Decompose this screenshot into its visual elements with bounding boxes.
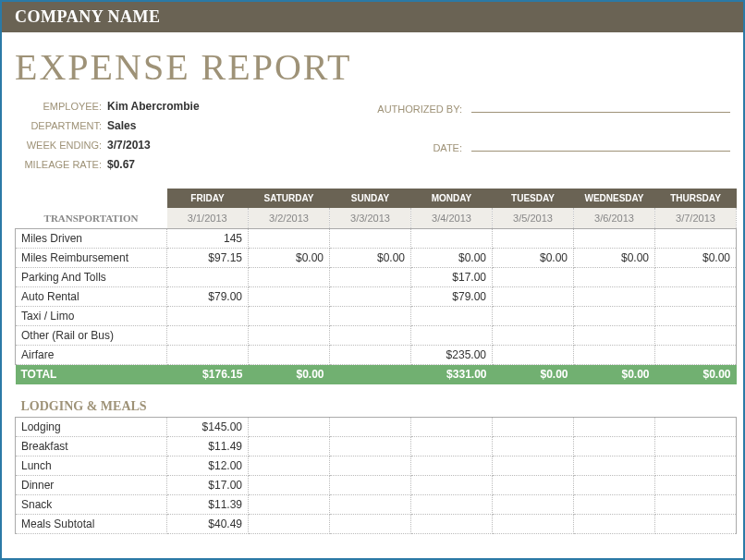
cell[interactable] xyxy=(411,307,493,326)
row-label: Lodging xyxy=(16,417,167,436)
row-label: Auto Rental xyxy=(16,287,167,307)
cell[interactable] xyxy=(655,268,737,287)
cell[interactable] xyxy=(655,417,737,436)
cell[interactable] xyxy=(330,514,411,533)
cell[interactable]: $12.00 xyxy=(167,456,249,475)
cell[interactable] xyxy=(249,494,330,514)
cell[interactable]: $0.00 xyxy=(574,249,655,268)
cell[interactable]: $0.00 xyxy=(655,249,737,268)
cell[interactable] xyxy=(411,417,493,436)
cell[interactable] xyxy=(249,417,330,436)
row-label: Snack xyxy=(16,494,167,514)
cell[interactable] xyxy=(493,346,574,365)
cell[interactable] xyxy=(249,456,330,475)
cell[interactable] xyxy=(411,326,493,346)
cell[interactable] xyxy=(574,268,655,287)
cell[interactable] xyxy=(249,287,330,307)
cell[interactable] xyxy=(411,514,493,533)
cell[interactable] xyxy=(493,436,574,456)
cell[interactable] xyxy=(574,494,655,514)
cell[interactable]: $11.39 xyxy=(167,494,249,514)
cell[interactable] xyxy=(249,346,330,365)
cell[interactable] xyxy=(249,326,330,346)
cell[interactable]: $79.00 xyxy=(411,287,493,307)
authorized-by-label: AUTHORIZED BY: xyxy=(366,103,468,115)
cell[interactable]: $0.00 xyxy=(330,249,411,268)
cell[interactable] xyxy=(574,326,655,346)
cell[interactable] xyxy=(574,346,655,365)
cell[interactable] xyxy=(493,326,574,346)
cell[interactable]: $0.00 xyxy=(493,249,574,268)
cell[interactable] xyxy=(330,287,411,307)
cell[interactable] xyxy=(493,475,574,494)
cell[interactable]: $235.00 xyxy=(411,346,493,365)
cell[interactable] xyxy=(493,494,574,514)
cell[interactable] xyxy=(574,287,655,307)
cell[interactable] xyxy=(330,417,411,436)
cell[interactable] xyxy=(249,229,330,249)
cell[interactable] xyxy=(655,494,737,514)
cell[interactable] xyxy=(330,307,411,326)
cell[interactable] xyxy=(655,475,737,494)
cell[interactable] xyxy=(330,475,411,494)
cell[interactable] xyxy=(655,456,737,475)
cell[interactable] xyxy=(493,456,574,475)
cell[interactable] xyxy=(574,456,655,475)
total-cell: $176.15 xyxy=(167,365,249,384)
cell[interactable] xyxy=(493,268,574,287)
cell[interactable] xyxy=(167,268,249,287)
cell[interactable] xyxy=(574,475,655,494)
cell[interactable] xyxy=(411,229,493,249)
cell[interactable] xyxy=(167,326,249,346)
cell[interactable] xyxy=(249,307,330,326)
cell[interactable] xyxy=(330,494,411,514)
cell[interactable] xyxy=(493,417,574,436)
cell[interactable]: $0.00 xyxy=(249,249,330,268)
cell[interactable] xyxy=(574,436,655,456)
total-cell: $0.00 xyxy=(493,365,574,384)
cell[interactable] xyxy=(330,326,411,346)
cell[interactable]: $17.00 xyxy=(167,475,249,494)
cell[interactable]: 145 xyxy=(167,229,249,249)
cell[interactable]: $0.00 xyxy=(411,249,493,268)
cell[interactable] xyxy=(655,326,737,346)
cell[interactable] xyxy=(655,346,737,365)
cell[interactable] xyxy=(574,417,655,436)
cell[interactable] xyxy=(655,307,737,326)
day-name: SUNDAY xyxy=(330,189,411,208)
cell[interactable] xyxy=(493,514,574,533)
cell[interactable] xyxy=(655,287,737,307)
cell[interactable]: $145.00 xyxy=(167,417,249,436)
cell[interactable] xyxy=(655,514,737,533)
cell[interactable]: $97.15 xyxy=(167,249,249,268)
row-label: Miles Reimbursement xyxy=(16,249,167,268)
cell[interactable] xyxy=(249,514,330,533)
cell[interactable] xyxy=(330,456,411,475)
cell[interactable] xyxy=(249,436,330,456)
cell[interactable]: $79.00 xyxy=(167,287,249,307)
cell[interactable] xyxy=(411,456,493,475)
cell[interactable] xyxy=(493,229,574,249)
cell[interactable] xyxy=(330,229,411,249)
day-name: WEDNESDAY xyxy=(574,189,655,208)
cell[interactable] xyxy=(411,494,493,514)
cell[interactable]: $11.49 xyxy=(167,436,249,456)
cell[interactable] xyxy=(574,514,655,533)
cell[interactable] xyxy=(574,307,655,326)
cell[interactable] xyxy=(493,307,574,326)
cell[interactable]: $40.49 xyxy=(167,514,249,533)
cell[interactable] xyxy=(655,436,737,456)
cell[interactable] xyxy=(655,229,737,249)
cell[interactable] xyxy=(574,229,655,249)
cell[interactable] xyxy=(249,268,330,287)
cell[interactable] xyxy=(411,475,493,494)
cell[interactable] xyxy=(167,307,249,326)
cell[interactable] xyxy=(249,475,330,494)
cell[interactable] xyxy=(411,436,493,456)
cell[interactable] xyxy=(330,268,411,287)
cell[interactable] xyxy=(493,287,574,307)
cell[interactable]: $17.00 xyxy=(411,268,493,287)
cell[interactable] xyxy=(330,436,411,456)
cell[interactable] xyxy=(167,346,249,365)
cell[interactable] xyxy=(330,346,411,365)
